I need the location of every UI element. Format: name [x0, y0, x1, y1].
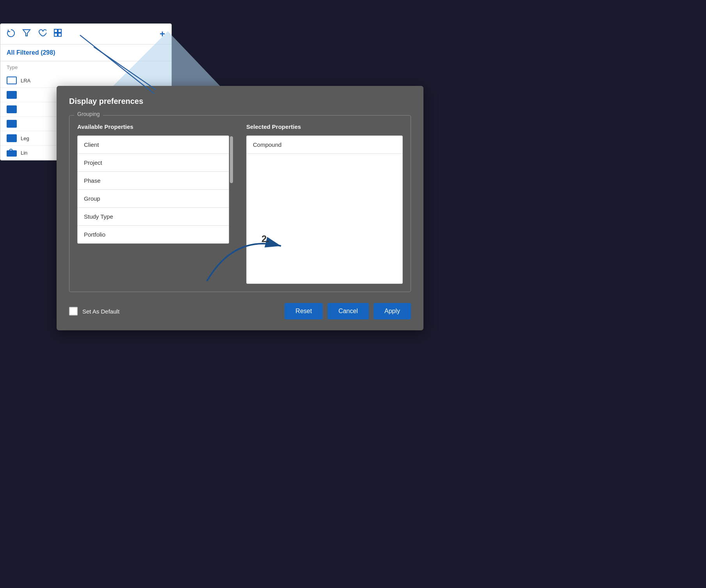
dialog-footer: Set As Default Reset Cancel Apply: [69, 303, 411, 319]
toolbar: +: [0, 24, 171, 45]
available-item-phase[interactable]: Phase: [78, 172, 229, 190]
grouping-columns: Available Properties Client Project Phas…: [77, 123, 403, 284]
filter-icon[interactable]: [22, 29, 31, 39]
available-col-header: Available Properties: [77, 123, 234, 130]
footer-buttons: Reset Cancel Apply: [285, 303, 411, 319]
set-default-label: Set As Default: [82, 308, 119, 315]
refresh-icon[interactable]: [7, 29, 15, 39]
selected-item-compound[interactable]: Compound: [247, 136, 402, 154]
available-properties-column: Available Properties Client Project Phas…: [77, 123, 240, 284]
grid-icon[interactable]: [53, 29, 62, 39]
add-icon[interactable]: +: [160, 29, 165, 39]
folder-lock-icon: [7, 149, 17, 157]
svg-rect-3: [54, 33, 57, 36]
item-label: Leg: [21, 135, 29, 141]
set-as-default-area: Set As Default: [69, 307, 119, 315]
apply-button[interactable]: Apply: [373, 303, 411, 319]
selected-col-header: Selected Properties: [246, 123, 403, 130]
available-list-container: Client Project Phase Group Study Type Po…: [77, 135, 234, 244]
svg-rect-1: [54, 29, 57, 32]
folder-icon: [7, 91, 17, 99]
available-item-group[interactable]: Group: [78, 190, 229, 208]
selected-properties-column: Selected Properties Compound: [240, 123, 403, 284]
heart-icon[interactable]: [38, 29, 46, 39]
selected-properties-list: Compound: [246, 135, 403, 284]
available-item-client[interactable]: Client: [78, 136, 229, 154]
item-label: Lin: [21, 150, 27, 156]
available-properties-list: Client Project Phase Group Study Type Po…: [77, 135, 229, 244]
available-item-project[interactable]: Project: [78, 154, 229, 172]
scrollbar[interactable]: [230, 136, 233, 183]
type-label: Type: [0, 61, 171, 73]
folder-icon: [7, 134, 17, 142]
svg-rect-4: [58, 33, 61, 36]
display-preferences-dialog: Display preferences Grouping Available P…: [57, 86, 423, 330]
svg-marker-0: [23, 30, 30, 36]
list-header: All Filtered (298): [0, 45, 171, 61]
reset-button[interactable]: Reset: [285, 303, 323, 319]
dialog-title: Display preferences: [69, 97, 411, 106]
header-title: All Filtered (298): [7, 49, 55, 56]
folder-icon: [7, 120, 17, 128]
available-item-portfolio[interactable]: Portfolio: [78, 226, 229, 243]
folder-icon: [7, 105, 17, 113]
available-item-study-type[interactable]: Study Type: [78, 208, 229, 226]
grouping-legend: Grouping: [74, 111, 103, 117]
set-default-checkbox[interactable]: [69, 307, 78, 315]
folder-outline-icon: [7, 77, 17, 84]
item-label: LRA: [21, 78, 30, 84]
grouping-section: Grouping Available Properties Client Pro…: [69, 115, 411, 292]
cancel-button[interactable]: Cancel: [327, 303, 369, 319]
svg-rect-2: [58, 29, 61, 32]
